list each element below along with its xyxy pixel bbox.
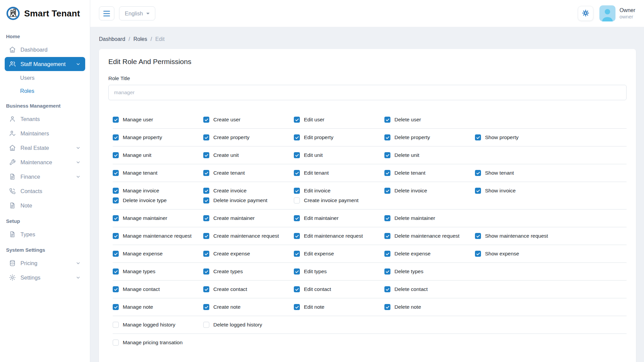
- checkbox-checked-icon[interactable]: [475, 251, 481, 257]
- permission-label[interactable]: Manage invoice: [123, 188, 159, 194]
- checkbox-unchecked-icon[interactable]: [203, 322, 209, 328]
- permission-label[interactable]: Edit contact: [304, 286, 331, 292]
- permission-label[interactable]: Create invoice: [213, 188, 247, 194]
- permission-label[interactable]: Edit maintenance request: [304, 233, 363, 239]
- permission-label[interactable]: Create maintainer: [213, 215, 255, 221]
- checkbox-checked-icon[interactable]: [113, 215, 119, 221]
- permission-label[interactable]: Delete expense: [394, 251, 431, 257]
- checkbox-checked-icon[interactable]: [113, 170, 119, 176]
- permission-label[interactable]: Show expense: [485, 251, 519, 257]
- sidebar-item-staff-management[interactable]: Staff Management: [5, 57, 85, 71]
- checkbox-checked-icon[interactable]: [294, 215, 300, 221]
- checkbox-unchecked-icon[interactable]: [294, 197, 300, 203]
- permission-delete-user[interactable]: Delete user: [384, 116, 475, 123]
- checkbox-unchecked-icon[interactable]: [113, 322, 119, 328]
- permission-delete-types[interactable]: Delete types: [384, 268, 475, 275]
- sidebar-item-pricing[interactable]: Pricing: [5, 256, 85, 270]
- permission-create-expense[interactable]: Create expense: [203, 250, 294, 257]
- checkbox-checked-icon[interactable]: [475, 170, 481, 176]
- checkbox-checked-icon[interactable]: [113, 286, 119, 292]
- checkbox-checked-icon[interactable]: [384, 170, 390, 176]
- checkbox-checked-icon[interactable]: [294, 304, 300, 310]
- permission-edit-note[interactable]: Edit note: [294, 303, 384, 311]
- checkbox-checked-icon[interactable]: [475, 233, 481, 239]
- checkbox-checked-icon[interactable]: [113, 233, 119, 239]
- permission-label[interactable]: Show tenant: [485, 170, 514, 176]
- permission-label[interactable]: Manage maintainer: [123, 215, 167, 221]
- permission-delete-contact[interactable]: Delete contact: [384, 286, 475, 293]
- permission-delete-invoice-type[interactable]: Delete invoice type: [113, 197, 203, 204]
- checkbox-checked-icon[interactable]: [113, 152, 119, 158]
- checkbox-checked-icon[interactable]: [384, 117, 390, 123]
- permission-edit-tenant[interactable]: Edit tenant: [294, 169, 384, 177]
- sidebar-item-finance[interactable]: Finance: [5, 170, 85, 184]
- permission-label[interactable]: Edit tenant: [304, 170, 329, 176]
- permission-create-maintainer[interactable]: Create maintainer: [203, 215, 294, 222]
- permission-label[interactable]: Create note: [213, 304, 240, 310]
- permission-label[interactable]: Manage user: [123, 117, 153, 123]
- permission-label[interactable]: Edit user: [304, 117, 324, 123]
- checkbox-checked-icon[interactable]: [113, 188, 119, 194]
- checkbox-checked-icon[interactable]: [384, 251, 390, 257]
- checkbox-checked-icon[interactable]: [113, 304, 119, 310]
- permission-edit-types[interactable]: Edit types: [294, 268, 384, 275]
- sidebar-item-note[interactable]: Note: [5, 198, 85, 213]
- checkbox-checked-icon[interactable]: [384, 134, 390, 140]
- permission-manage-expense[interactable]: Manage expense: [113, 250, 203, 257]
- permission-label[interactable]: Create tenant: [213, 170, 245, 176]
- permission-label[interactable]: Create contact: [213, 286, 247, 292]
- checkbox-unchecked-icon[interactable]: [113, 340, 119, 346]
- checkbox-checked-icon[interactable]: [203, 304, 209, 310]
- sidebar-item-dashboard[interactable]: Dashboard: [5, 43, 85, 57]
- permission-manage-user[interactable]: Manage user: [113, 116, 203, 123]
- permission-delete-invoice[interactable]: Delete invoice: [384, 187, 475, 194]
- permission-label[interactable]: Delete property: [394, 134, 430, 140]
- permission-manage-note[interactable]: Manage note: [113, 303, 203, 311]
- menu-toggle-button[interactable]: [99, 6, 114, 20]
- settings-button[interactable]: [578, 6, 593, 21]
- permission-label[interactable]: Delete maintainer: [394, 215, 435, 221]
- permission-delete-maintenance-request[interactable]: Delete maintenance request: [384, 232, 475, 240]
- permission-edit-property[interactable]: Edit property: [294, 134, 384, 141]
- permission-show-property[interactable]: Show property: [475, 134, 566, 141]
- permission-label[interactable]: Manage unit: [123, 152, 151, 158]
- permission-delete-invoice-payment[interactable]: Delete invoice payment: [203, 197, 294, 204]
- permission-label[interactable]: Create maintenance request: [213, 233, 279, 239]
- permission-manage-maintenance-request[interactable]: Manage maintenance request: [113, 232, 203, 240]
- permission-label[interactable]: Delete invoice type: [123, 197, 167, 203]
- permission-label[interactable]: Delete unit: [394, 152, 419, 158]
- checkbox-checked-icon[interactable]: [384, 215, 390, 221]
- permission-create-note[interactable]: Create note: [203, 303, 294, 311]
- permission-show-invoice[interactable]: Show invoice: [475, 187, 566, 194]
- checkbox-checked-icon[interactable]: [113, 251, 119, 257]
- permission-label[interactable]: Create property: [213, 134, 250, 140]
- checkbox-checked-icon[interactable]: [203, 197, 209, 203]
- permission-manage-contact[interactable]: Manage contact: [113, 286, 203, 293]
- permission-manage-pricing-transation[interactable]: Manage pricing transation: [113, 339, 203, 346]
- permission-delete-expense[interactable]: Delete expense: [384, 250, 475, 257]
- permission-label[interactable]: Show maintenance request: [485, 233, 548, 239]
- sidebar-item-tenants[interactable]: Tenants: [5, 112, 85, 126]
- permission-edit-maintainer[interactable]: Edit maintainer: [294, 215, 384, 222]
- permission-manage-unit[interactable]: Manage unit: [113, 152, 203, 159]
- permission-label[interactable]: Manage expense: [123, 251, 163, 257]
- permission-show-maintenance-request[interactable]: Show maintenance request: [475, 232, 566, 240]
- permission-edit-maintenance-request[interactable]: Edit maintenance request: [294, 232, 384, 240]
- avatar[interactable]: [599, 5, 615, 21]
- checkbox-checked-icon[interactable]: [384, 268, 390, 275]
- permission-label[interactable]: Manage types: [123, 268, 155, 275]
- checkbox-checked-icon[interactable]: [384, 188, 390, 194]
- sidebar-item-maintainers[interactable]: Maintainers: [5, 126, 85, 140]
- permission-label[interactable]: Show invoice: [485, 188, 516, 194]
- permission-label[interactable]: Delete invoice payment: [213, 197, 267, 203]
- sidebar-subitem-users[interactable]: Users: [5, 71, 85, 84]
- permission-label[interactable]: Edit types: [304, 268, 327, 275]
- permission-manage-logged-history[interactable]: Manage logged history: [113, 321, 203, 328]
- checkbox-checked-icon[interactable]: [113, 117, 119, 123]
- checkbox-checked-icon[interactable]: [203, 117, 209, 123]
- checkbox-checked-icon[interactable]: [475, 188, 481, 194]
- permission-manage-tenant[interactable]: Manage tenant: [113, 169, 203, 177]
- checkbox-checked-icon[interactable]: [294, 152, 300, 158]
- permission-create-invoice-payment[interactable]: Create invoice payment: [294, 197, 384, 204]
- permission-manage-types[interactable]: Manage types: [113, 268, 203, 275]
